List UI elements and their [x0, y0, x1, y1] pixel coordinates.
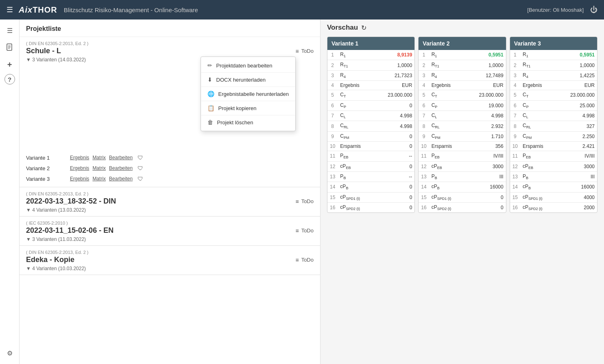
context-menu-table[interactable]: 🌐 Ergebnistabelle herunterladen [201, 87, 295, 101]
row-label: Ersparnis [338, 142, 373, 151]
row-value: 2.250 [556, 131, 597, 141]
row-value: 0 [373, 131, 414, 141]
row-label: CRL [338, 121, 373, 131]
row-label: CP [338, 100, 373, 110]
preview-header: Vorschau ↻ [327, 24, 597, 32]
refresh-icon[interactable]: ↻ [361, 24, 366, 32]
table-row: 11PEB-- [327, 151, 414, 161]
variant-1-matrix[interactable]: Matrix [92, 155, 106, 160]
table-row: 5CT23.000.000 [510, 90, 597, 100]
table-row: 7CL4.998 [510, 110, 597, 121]
row-value: EUR [373, 81, 414, 90]
variant-2-ergebnis[interactable]: Ergebnis [70, 165, 89, 171]
row-label: cPB [338, 182, 373, 192]
variant-2-table: Variante 2 1R10,59512RT11,00003R412,7489… [418, 37, 506, 213]
table-row: 4ErgebnisEUR [327, 81, 414, 90]
row-label: RT1 [429, 60, 465, 70]
variant-3-ergebnis[interactable]: Ergebnis [70, 176, 89, 182]
row-number: 11 [510, 151, 520, 161]
preview-panel: Vorschau ↻ Variante 1 1R18,91392RT11,000… [321, 20, 604, 364]
table-row: 16cPSPD2 (t)2000 [510, 203, 597, 213]
table-row: 13PB-- [327, 171, 414, 182]
project-name: Edeka - Kopie [26, 256, 74, 264]
row-label: R1 [338, 50, 373, 60]
variant-3-header: Variante 3 [510, 37, 597, 50]
row-number: 5 [510, 90, 520, 100]
table-row: 2RT11,0000 [510, 60, 597, 70]
variant-2-matrix[interactable]: Matrix [92, 165, 106, 171]
row-label: cPEB [429, 161, 465, 171]
project-todo-label: ToDo [301, 198, 314, 204]
row-value: IV/III [556, 151, 597, 161]
row-label: PEB [520, 151, 556, 161]
project-name-row: 2022-03-13_18-32-52 - DIN ≡ ToDo [26, 197, 314, 206]
content-area: Projektliste ( DIN EN 62305-2:2013, Ed. … [20, 20, 604, 364]
variant-row-3: Variante 3 Ergebnis Matrix Bearbeiten 🛡 [26, 173, 314, 184]
row-number: 3 [419, 70, 429, 80]
hamburger-icon[interactable]: ☰ [7, 5, 13, 14]
row-number: 9 [510, 131, 520, 141]
project-menu-row[interactable]: ≡ ToDo [295, 257, 314, 263]
table-row: 16cPSPD2 (t)0 [327, 203, 414, 213]
variant-3-label: Variante 3 [26, 176, 67, 182]
sidebar-icon-menu[interactable]: ☰ [2, 23, 17, 38]
project-menu-row[interactable]: ≡ ToDo [295, 48, 314, 54]
project-menu-row[interactable]: ≡ ToDo [295, 198, 314, 205]
variant-tables: Variante 1 1R18,91392RT11,00003R421,7323… [327, 37, 597, 213]
variant-1-bearbeiten[interactable]: Bearbeiten [109, 155, 133, 160]
variant-2-bearbeiten[interactable]: Bearbeiten [109, 165, 133, 171]
variant-3-bearbeiten[interactable]: Bearbeiten [109, 176, 133, 182]
preview-title: Vorschau [327, 24, 358, 32]
project-list-scroll[interactable]: ( DIN EN 62305-2:2013, Ed. 2 ) Schule - … [20, 37, 320, 364]
copy-icon: 📋 [207, 105, 214, 111]
table-row: 15cPSPD1 (t)0 [327, 192, 414, 202]
project-name: 2022-03-13_18-32-52 - DIN [26, 197, 116, 206]
row-number: 15 [419, 192, 429, 202]
variant-2-delete-icon[interactable]: 🛡 [137, 165, 143, 171]
table-row: 9CPM2.250 [510, 131, 597, 141]
row-label: PEB [338, 151, 373, 161]
context-menu-docx[interactable]: ⬇ DOCX herunterladen [201, 73, 295, 87]
row-label: cPSPD1 (t) [429, 192, 465, 202]
download-docx-icon: ⬇ [207, 76, 212, 83]
row-value: EUR [556, 81, 597, 90]
table-row: 10Ersparnis2.421 [510, 142, 597, 151]
row-number: 1 [510, 50, 520, 60]
row-value: 12,7489 [465, 70, 506, 80]
project-todo-label: ToDo [301, 228, 314, 234]
sidebar-icon-settings[interactable]: ⚙ [2, 345, 17, 361]
project-menu-row[interactable]: ≡ ToDo [295, 228, 314, 234]
variant-3-table: Variante 3 1R10,59512RT11,00003R41,42254… [510, 37, 597, 213]
row-value: 1,0000 [373, 60, 414, 70]
variant-1-ergebnis[interactable]: Ergebnis [70, 155, 89, 160]
sidebar-icon-add[interactable]: + [2, 57, 17, 72]
table-row: 5CT23.000.000 [327, 90, 414, 100]
project-norm: ( DIN EN 62305-2:2013, Ed. 2 ) [26, 41, 314, 46]
row-value: 4.998 [373, 121, 414, 131]
variant-1-delete-icon[interactable]: 🛡 [137, 154, 143, 161]
row-number: 12 [327, 161, 338, 171]
project-menu-icon: ≡ [295, 228, 299, 234]
row-number: 4 [419, 81, 429, 90]
table-row: 13PBIII [510, 171, 597, 182]
sidebar: ☰ + ? ⚙ [0, 20, 20, 364]
row-label: RT1 [520, 60, 556, 70]
table-row: 14cPB0 [327, 182, 414, 192]
table-row: 1R10,5951 [510, 50, 597, 60]
row-label: cPSPD1 (t) [520, 192, 556, 202]
sidebar-icon-help[interactable]: ? [4, 74, 15, 84]
row-value: 0 [373, 100, 414, 110]
context-menu-copy[interactable]: 📋 Projekt kopieren [201, 101, 295, 115]
row-label: CT [338, 90, 373, 100]
variant-row-1: Variante 1 Ergebnis Matrix Bearbeiten 🛡 [26, 152, 314, 162]
context-menu-delete[interactable]: 🗑 Projekt löschen [201, 115, 295, 129]
row-number: 16 [510, 203, 520, 213]
table-row: 10Ersparnis356 [419, 142, 506, 151]
context-menu-edit[interactable]: ✏ Projektdaten bearbeiten [201, 58, 295, 73]
sidebar-icon-document[interactable] [2, 40, 17, 55]
power-icon[interactable]: ⏻ [590, 6, 597, 14]
row-label: cPSPD2 (t) [429, 203, 465, 213]
context-menu-copy-label: Projekt kopieren [218, 105, 257, 111]
variant-3-matrix[interactable]: Matrix [92, 176, 106, 182]
variant-3-delete-icon[interactable]: 🛡 [137, 176, 143, 182]
